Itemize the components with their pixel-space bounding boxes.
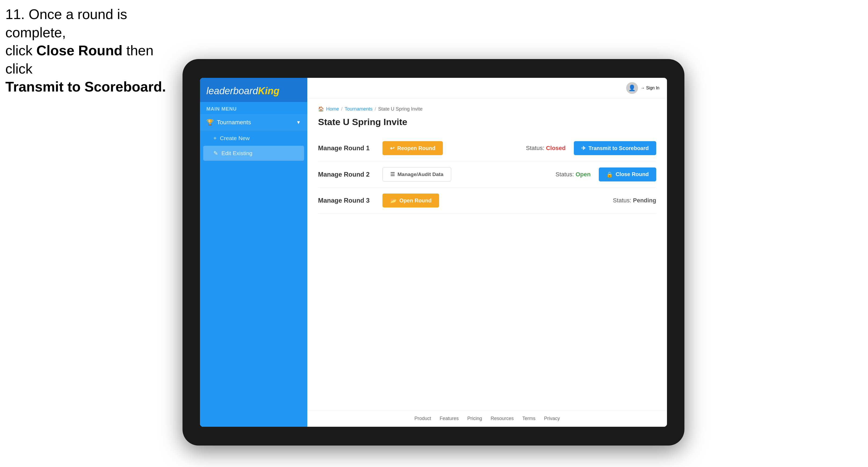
sidebar-tournaments-label: Tournaments: [217, 119, 251, 126]
manage-icon: ☰: [390, 171, 395, 178]
round-3-status: Status: Pending: [613, 197, 656, 204]
open-round-label: Open Round: [399, 197, 432, 204]
reopen-round-label: Reopen Round: [397, 145, 435, 151]
breadcrumb-tournaments[interactable]: Tournaments: [345, 106, 373, 112]
main-content: 👤 → Sign In 🏠 Home / Tournaments / State…: [307, 78, 667, 427]
instruction-line1: 11. Once a round is complete,: [5, 6, 127, 40]
open-icon: 📂: [390, 197, 397, 204]
transmit-icon: ✈: [581, 145, 586, 151]
close-round-label: Close Round: [616, 171, 649, 178]
sidebar: leaderboardKing MAIN MENU 🏆 Tournaments …: [200, 78, 307, 427]
round-2-row: Manage Round 2 ☰ Manage/Audit Data Statu…: [318, 161, 656, 188]
round-1-right: Status: Closed ✈ Transmit to Scoreboard: [526, 141, 656, 155]
reopen-round-button[interactable]: ↩ Reopen Round: [382, 141, 443, 155]
round-1-label: Manage Round 1: [318, 145, 377, 152]
round-3-status-value: Pending: [633, 197, 656, 204]
main-menu-label: MAIN MENU: [200, 102, 307, 114]
footer-privacy[interactable]: Privacy: [544, 416, 560, 422]
page-title: State U Spring Invite: [318, 117, 656, 127]
instruction-line2: click Close Round then click: [5, 43, 154, 76]
lock-icon: 🔒: [606, 171, 613, 178]
instruction-bold1: Close Round: [36, 43, 123, 58]
content-area: 🏠 Home / Tournaments / State U Spring In…: [307, 98, 667, 410]
sidebar-item-edit-existing[interactable]: ✎ Edit Existing: [203, 146, 304, 161]
round-2-status: Status: Open: [556, 171, 591, 178]
breadcrumb-current: State U Spring Invite: [378, 106, 423, 112]
plus-icon: +: [213, 135, 217, 142]
manage-audit-button[interactable]: ☰ Manage/Audit Data: [382, 167, 451, 181]
sidebar-logo: leaderboardKing: [200, 78, 307, 102]
tablet-screen: leaderboardKing MAIN MENU 🏆 Tournaments …: [200, 78, 667, 427]
round-2-status-value: Open: [576, 171, 590, 178]
breadcrumb-home[interactable]: Home: [326, 106, 339, 112]
open-round-button[interactable]: 📂 Open Round: [382, 193, 439, 208]
tablet-device: leaderboardKing MAIN MENU 🏆 Tournaments …: [183, 59, 684, 445]
round-1-status-value: Closed: [546, 145, 565, 151]
round-2-right: Status: Open 🔒 Close Round: [556, 167, 656, 181]
trophy-icon: 🏆: [207, 119, 214, 126]
footer-features[interactable]: Features: [440, 416, 459, 422]
avatar-icon: 👤: [626, 82, 638, 94]
footer-resources[interactable]: Resources: [491, 416, 514, 422]
sidebar-item-tournaments[interactable]: 🏆 Tournaments ▼: [200, 114, 307, 131]
breadcrumb: 🏠 Home / Tournaments / State U Spring In…: [318, 106, 656, 112]
round-2-label: Manage Round 2: [318, 171, 377, 178]
reopen-icon: ↩: [390, 145, 395, 151]
logo: leaderboardKing: [207, 85, 301, 97]
round-3-row: Manage Round 3 📂 Open Round Status: Pend…: [318, 188, 656, 214]
sign-in-link[interactable]: → Sign In: [641, 86, 659, 90]
home-icon: 🏠: [318, 106, 324, 112]
round-1-left: Manage Round 1 ↩ Reopen Round: [318, 141, 443, 155]
footer-terms[interactable]: Terms: [522, 416, 535, 422]
footer: Product Features Pricing Resources Terms…: [307, 410, 667, 427]
footer-product[interactable]: Product: [414, 416, 431, 422]
instruction-block: 11. Once a round is complete, click Clos…: [5, 5, 172, 96]
app-layout: leaderboardKing MAIN MENU 🏆 Tournaments …: [200, 78, 667, 427]
create-new-label: Create New: [220, 135, 250, 142]
edit-existing-label: Edit Existing: [221, 150, 253, 156]
top-bar: 👤 → Sign In: [307, 78, 667, 98]
round-1-row: Manage Round 1 ↩ Reopen Round Status: Cl…: [318, 135, 656, 161]
transmit-label: Transmit to Scoreboard: [589, 145, 649, 151]
round-1-status: Status: Closed: [526, 145, 566, 152]
breadcrumb-sep-2: /: [375, 106, 376, 112]
footer-pricing[interactable]: Pricing: [467, 416, 482, 422]
breadcrumb-sep-1: /: [341, 106, 342, 112]
transmit-to-scoreboard-button[interactable]: ✈ Transmit to Scoreboard: [574, 141, 656, 155]
round-2-left: Manage Round 2 ☰ Manage/Audit Data: [318, 167, 451, 181]
chevron-down-icon: ▼: [296, 120, 301, 125]
sign-in-area[interactable]: 👤 → Sign In: [626, 82, 659, 94]
round-3-left: Manage Round 3 📂 Open Round: [318, 193, 439, 208]
manage-audit-label: Manage/Audit Data: [398, 172, 443, 178]
close-round-button[interactable]: 🔒 Close Round: [599, 167, 656, 181]
sidebar-item-create-new[interactable]: + Create New: [200, 131, 307, 146]
instruction-line4: Transmit to Scoreboard.: [5, 79, 166, 94]
round-3-label: Manage Round 3: [318, 197, 377, 204]
edit-icon: ✎: [213, 150, 218, 156]
round-3-right: Status: Pending: [613, 197, 656, 204]
